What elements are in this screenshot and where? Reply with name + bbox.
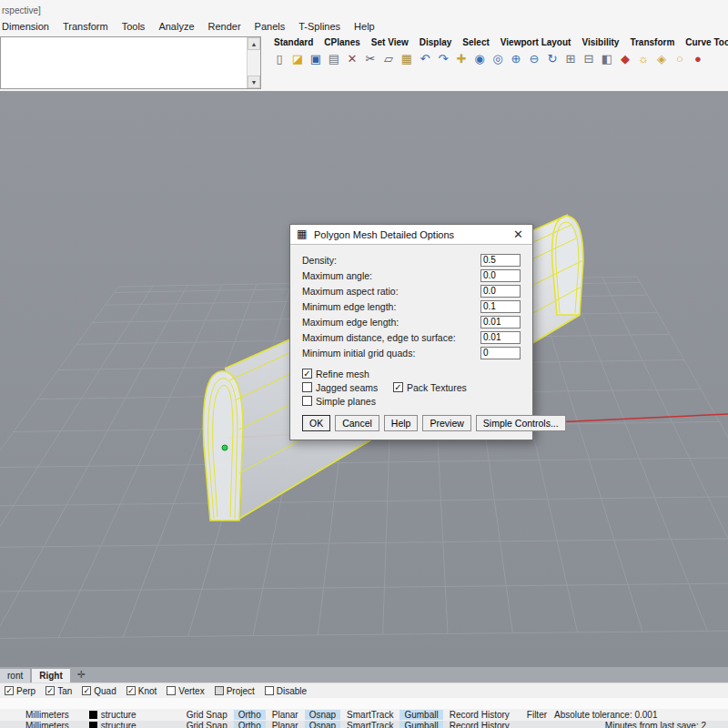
smarttrack-toggle[interactable]: SmartTrack (342, 710, 398, 720)
display-mode-icon[interactable]: ◧ (600, 52, 614, 66)
grid-snap-toggle[interactable]: Grid Snap (182, 721, 232, 728)
toolbar-tab-select[interactable]: Select (459, 37, 492, 47)
pan-hand-icon[interactable]: ✚ (454, 52, 469, 66)
jagged-seams-checkbox[interactable]: Jagged seams (302, 382, 393, 393)
checkbox-box[interactable]: ✓ (126, 686, 136, 695)
zoom-window-icon[interactable]: ◎ (490, 52, 505, 66)
record-history-toggle[interactable]: Record History (445, 721, 514, 728)
menu-analyze[interactable]: Analyze (158, 21, 194, 32)
checkbox-box[interactable] (167, 686, 176, 695)
scroll-down-icon[interactable]: ▼ (248, 76, 260, 88)
menu-panels[interactable]: Panels (255, 21, 286, 32)
delete-icon[interactable]: ✕ (345, 52, 359, 66)
toolbar-tab-set-view[interactable]: Set View (368, 37, 412, 47)
viewport-tab-front[interactable]: ront (0, 669, 30, 682)
copy-icon[interactable]: ▱ (381, 52, 396, 66)
scroll-up-icon[interactable]: ▲ (248, 37, 260, 50)
paste-icon[interactable]: ▦ (399, 52, 414, 66)
undo-icon[interactable]: ↶ (418, 52, 432, 66)
command-scrollbar[interactable]: ▲ ▼ (247, 37, 260, 88)
osnap-vertex[interactable]: Vertex (167, 686, 204, 696)
smarttrack-toggle[interactable]: SmartTrack (342, 721, 398, 728)
menu-render[interactable]: Render (208, 21, 241, 32)
toolbar-tab-cplanes[interactable]: CPlanes (320, 37, 363, 47)
menu-tsplines[interactable]: T-Splines (298, 21, 340, 32)
menu-help[interactable]: Help (354, 21, 375, 32)
ok-button[interactable]: OK (302, 415, 330, 431)
gumball-toggle[interactable]: Gumball (399, 721, 442, 728)
gumball-toggle[interactable]: Gumball (399, 710, 442, 720)
pack-textures-checkbox[interactable]: ✓ Pack Textures (393, 382, 467, 393)
toolbar-tab-display[interactable]: Display (416, 37, 456, 47)
osnap-quad[interactable]: ✓ Quad (82, 686, 116, 696)
save-icon[interactable]: ▣ (308, 52, 323, 66)
open-file-icon[interactable]: ◪ (290, 52, 305, 66)
simple-planes-checkbox[interactable]: Simple planes (302, 396, 393, 407)
pan-tabs-icon[interactable]: ✛ (77, 669, 86, 682)
min-grid-quads-field[interactable] (480, 347, 521, 359)
planar-toggle[interactable]: Planar (268, 721, 303, 728)
zoom-dynamic-icon[interactable]: ◉ (472, 52, 487, 66)
redo-icon[interactable]: ↷ (436, 52, 450, 66)
checkbox-box[interactable]: ✓ (82, 686, 91, 695)
checkbox-box[interactable] (215, 686, 224, 695)
max-aspect-ratio-field[interactable] (480, 285, 521, 298)
rotate-view-icon[interactable]: ↻ (545, 52, 560, 66)
lightbulb-icon[interactable]: ○ (672, 52, 687, 66)
checkbox-box[interactable]: ✓ (393, 382, 403, 392)
toolbar-tab-viewport-layout[interactable]: Viewport Layout (497, 37, 575, 47)
toolbar-tab-visibility[interactable]: Visibility (578, 37, 622, 47)
grid-snap-toggle[interactable]: Grid Snap (182, 710, 232, 720)
toolbar-tab-transform[interactable]: Transform (626, 37, 678, 47)
zoom-extents-icon[interactable]: ⊕ (509, 52, 523, 66)
help-button[interactable]: Help (384, 415, 419, 431)
hide-object-icon[interactable]: ☼ (636, 52, 651, 66)
material-icon[interactable]: ● (691, 52, 705, 66)
checkbox-box[interactable]: ✓ (5, 686, 14, 695)
viewport-tab-right[interactable]: Right (32, 669, 70, 682)
units-indicator[interactable]: Millimeters (25, 710, 69, 720)
toolbar-tab-curve-tools[interactable]: Curve Tools (682, 37, 728, 47)
checkbox-box[interactable] (302, 382, 312, 392)
preview-button[interactable]: Preview (422, 415, 470, 431)
simple-controls-button[interactable]: Simple Controls... (476, 415, 566, 431)
checkbox-box[interactable] (302, 396, 312, 406)
max-distance-field[interactable] (480, 331, 521, 344)
menu-tools[interactable]: Tools (122, 21, 146, 32)
ortho-toggle[interactable]: Ortho (234, 721, 266, 728)
toolbar-tab-standard[interactable]: Standard (270, 37, 317, 47)
close-icon[interactable]: ✕ (511, 228, 526, 241)
osnap-knot[interactable]: ✓ Knot (126, 686, 157, 696)
viewport-layout-icon[interactable]: ⊟ (581, 52, 596, 66)
select-filter-icon[interactable]: ◆ (618, 52, 632, 66)
current-layer-indicator[interactable]: structure (89, 710, 136, 720)
osnap-perp[interactable]: ✓ Perp (5, 686, 35, 696)
osnap-project[interactable]: Project (215, 686, 255, 696)
filter-toggle[interactable]: Filter (527, 710, 547, 720)
zoom-selected-icon[interactable]: ⊖ (527, 52, 541, 66)
set-view-icon[interactable]: ⊞ (563, 52, 578, 66)
menu-dimension[interactable]: Dimension (2, 21, 49, 32)
cancel-button[interactable]: Cancel (335, 415, 379, 431)
print-icon[interactable]: ▤ (327, 52, 341, 66)
osnap-disable[interactable]: Disable (265, 686, 307, 696)
new-file-icon[interactable]: ▯ (272, 52, 287, 66)
ortho-toggle[interactable]: Ortho (234, 710, 266, 720)
dialog-title-bar[interactable]: ▦ Polygon Mesh Detailed Options ✕ (290, 225, 532, 245)
checkbox-box[interactable] (265, 686, 274, 695)
refine-mesh-checkbox[interactable]: ✓ Refine mesh (302, 369, 393, 379)
density-field[interactable] (480, 254, 521, 267)
cut-icon[interactable]: ✂ (363, 52, 378, 66)
checkbox-box[interactable]: ✓ (302, 369, 312, 379)
record-history-toggle[interactable]: Record History (445, 710, 514, 720)
osnap-toggle[interactable]: Osnap (305, 721, 340, 728)
command-history-box[interactable]: ▲ ▼ (0, 36, 261, 89)
max-angle-field[interactable] (480, 269, 521, 282)
checkbox-box[interactable]: ✓ (46, 686, 55, 695)
osnap-toggle[interactable]: Osnap (305, 710, 340, 720)
menu-transform[interactable]: Transform (63, 21, 108, 32)
planar-toggle[interactable]: Planar (268, 710, 303, 720)
osnap-tan[interactable]: ✓ Tan (46, 686, 72, 696)
min-edge-length-field[interactable] (480, 300, 521, 313)
lock-object-icon[interactable]: ◈ (654, 52, 669, 66)
